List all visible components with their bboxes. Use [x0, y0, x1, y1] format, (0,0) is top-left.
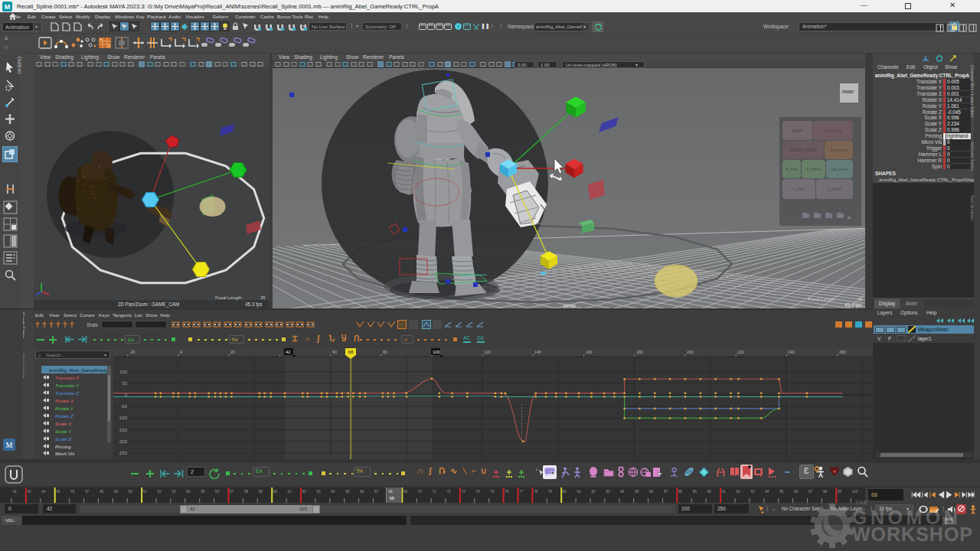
svg-text:66: 66	[360, 490, 364, 494]
svg-text:60: 60	[332, 350, 337, 354]
svg-text:160: 160	[586, 350, 593, 354]
svg-text:76: 76	[505, 490, 509, 494]
svg-text:44: 44	[41, 490, 46, 494]
svg-text:-200: -200	[118, 439, 128, 444]
svg-text:94: 94	[765, 490, 769, 494]
svg-text:75: 75	[490, 490, 495, 494]
svg-text:THE: THE	[855, 500, 868, 505]
svg-text:91: 91	[722, 490, 727, 494]
svg-text:100: 100	[119, 370, 128, 374]
svg-text:78: 78	[534, 490, 538, 494]
svg-text:64: 64	[331, 490, 335, 494]
svg-text:93: 93	[750, 490, 755, 494]
svg-text:99: 99	[838, 490, 842, 494]
svg-text:20: 20	[230, 350, 235, 354]
svg-text:54: 54	[186, 490, 191, 494]
svg-text:60: 60	[273, 490, 278, 494]
svg-text:220: 220	[737, 350, 744, 354]
svg-text:80: 80	[563, 490, 567, 494]
svg-text:92: 92	[737, 490, 741, 494]
svg-text:74: 74	[475, 490, 480, 494]
svg-text:81: 81	[577, 490, 582, 494]
svg-text:73: 73	[461, 490, 466, 494]
svg-text:86: 86	[649, 490, 654, 494]
svg-text:79: 79	[548, 490, 553, 494]
svg-text:87: 87	[664, 490, 668, 494]
svg-text:0: 0	[180, 350, 182, 354]
svg-text:67: 67	[374, 490, 379, 494]
svg-text:97: 97	[808, 490, 813, 494]
svg-text:42: 42	[13, 490, 18, 494]
svg-text:90: 90	[707, 490, 712, 494]
svg-text:-100: -100	[118, 416, 128, 420]
svg-text:M: M	[5, 3, 11, 11]
svg-text:43: 43	[27, 490, 31, 494]
svg-text:WORKSHOP: WORKSHOP	[852, 523, 973, 545]
svg-text:42: 42	[286, 350, 290, 354]
svg-text:68: 68	[348, 350, 353, 354]
svg-text:180: 180	[636, 350, 643, 354]
svg-text:89: 89	[693, 490, 697, 494]
svg-text:120: 120	[484, 350, 491, 354]
svg-text:240: 240	[788, 350, 795, 354]
svg-text:58: 58	[244, 490, 249, 494]
svg-text:98: 98	[823, 490, 828, 494]
svg-text:83: 83	[606, 490, 610, 494]
svg-text:45: 45	[56, 490, 60, 494]
svg-text:48: 48	[100, 490, 104, 494]
svg-text:85: 85	[635, 490, 639, 494]
svg-text:55: 55	[201, 490, 205, 494]
svg-text:80: 80	[383, 350, 387, 354]
svg-text:-150: -150	[118, 428, 128, 432]
svg-text:51: 51	[143, 490, 148, 494]
svg-text:57: 57	[230, 490, 234, 494]
svg-text:200: 200	[687, 350, 694, 354]
svg-text:-20: -20	[129, 350, 136, 354]
svg-text:69: 69	[403, 490, 408, 494]
svg-text:49: 49	[114, 490, 119, 494]
svg-text:84: 84	[620, 490, 625, 494]
svg-text:68: 68	[389, 496, 394, 500]
svg-text:52: 52	[158, 490, 162, 494]
svg-text:47: 47	[85, 490, 90, 494]
svg-text:-250: -250	[118, 451, 128, 455]
svg-text:70: 70	[418, 490, 423, 494]
svg-text:100: 100	[433, 350, 440, 354]
svg-text:82: 82	[592, 490, 596, 494]
svg-text:65: 65	[345, 490, 350, 494]
svg-text:96: 96	[794, 490, 799, 494]
svg-text:59: 59	[259, 490, 263, 494]
svg-text:56: 56	[215, 490, 220, 494]
svg-text:M: M	[6, 441, 13, 449]
svg-text:62: 62	[302, 490, 307, 494]
svg-text:50: 50	[122, 381, 127, 386]
svg-text:88: 88	[678, 490, 683, 494]
svg-text:260: 260	[839, 350, 846, 354]
svg-text:63: 63	[316, 490, 321, 494]
svg-text:53: 53	[172, 490, 176, 494]
svg-text:71: 71	[433, 490, 437, 494]
svg-text:-50: -50	[120, 404, 127, 409]
svg-text:72: 72	[447, 490, 452, 494]
svg-text:61: 61	[288, 490, 292, 494]
svg-text:46: 46	[70, 490, 75, 494]
svg-text:140: 140	[534, 350, 541, 354]
svg-text:50: 50	[129, 490, 133, 494]
svg-text:68: 68	[388, 490, 393, 494]
svg-text:100: 100	[852, 490, 858, 494]
svg-text:95: 95	[779, 490, 784, 494]
svg-text:77: 77	[519, 490, 524, 494]
